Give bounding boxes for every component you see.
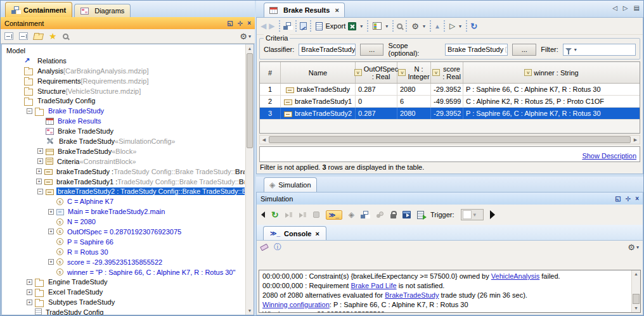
tree-item[interactable]: TradeStudy Config [3,96,245,106]
tab-containment[interactable]: Containment [5,2,72,17]
table-cell[interactable]: P : Saphire 66, C : Alphine K7, R : Rotu… [463,84,640,95]
tree-item[interactable]: −brakeTradeStudy2 : TradeStudy Config::B… [3,186,245,196]
tab-list-icon[interactable]: ▤ [634,4,640,11]
float-window-icon[interactable]: ◱ [227,20,233,27]
run-simulation-icon[interactable]: ↻ [271,210,279,219]
table-cell[interactable]: 0.287 [356,108,397,119]
table-cell[interactable]: P : Saphire 66, C : Alphine K7, R : Rotu… [463,108,640,119]
table-cell[interactable]: 2 [260,96,281,107]
table-cell[interactable]: brakeTradeStudy1 [281,96,356,107]
table-cell[interactable]: 2080 [397,108,431,119]
scope-field[interactable]: Brake TradeStudy {}xy [445,44,508,56]
close-icon[interactable]: × [635,196,639,202]
open-in-containment-icon[interactable] [34,33,43,40]
clear-console-icon[interactable] [260,244,269,251]
search-icon[interactable] [63,34,68,39]
tree-item[interactable]: +sscore = -29.395235135855522 [3,257,245,267]
expand-plus-icon[interactable]: + [48,259,54,265]
scrollbar-thumb[interactable] [269,136,631,143]
table-cell[interactable]: 0 [356,96,397,107]
collapse-all-icon[interactable] [4,32,13,40]
console-toggle-button[interactable]: ≫_ [326,210,342,220]
search-icon[interactable] [397,23,402,29]
scope-browse-button[interactable]: ... [512,44,536,56]
tree-item[interactable]: Requirements [Requirements.mdzip] [3,76,245,86]
refresh-icon[interactable]: ↻ [470,22,477,31]
scrollbar-thumb[interactable] [247,53,253,148]
open-in-new-window-icon[interactable] [402,211,411,218]
float-window-icon[interactable]: ◱ [615,196,621,202]
table-cell[interactable]: brakeTradeStudy2 [281,108,356,119]
collapse-minus-icon[interactable]: − [27,108,32,114]
tree-item[interactable]: +Engine TradeStudy [3,277,245,287]
column-header[interactable]: vOutOfSpec : Real [356,62,397,83]
tree-item[interactable]: sN = 2080 [3,217,245,227]
classifier-field[interactable]: BrakeTradeStudy [299,44,355,56]
console-link[interactable]: Brake Pad Life [351,282,396,289]
table-cell[interactable]: -49.9599 [431,96,463,107]
table-cell[interactable]: brakeTradeStudy [281,84,356,95]
scroll-up-icon[interactable]: ▲ [246,44,254,53]
collapse-criteria-icon[interactable]: ▲ [434,23,441,30]
expand-plus-icon[interactable]: + [27,279,32,285]
tab-brake-results[interactable]: Brake Results × [264,3,345,17]
filter-field[interactable]: ▾ [563,44,636,56]
expand-plus-icon[interactable]: + [37,148,43,154]
console-link[interactable]: VehicleAnalysis [491,272,539,280]
expand-plus-icon[interactable]: + [48,209,54,215]
favorites-star-icon[interactable]: ★ [49,32,57,41]
tree-item[interactable]: Model [3,46,245,56]
previous-tab-icon[interactable]: ◁ [612,4,617,11]
expand-plus-icon[interactable]: + [36,168,42,174]
tree-item[interactable]: Brake TradeStudy «SimulationConfig» [3,136,245,146]
scrollbar-thumb[interactable] [633,294,640,304]
scroll-down-icon[interactable]: ▼ [246,307,254,315]
forward-icon[interactable]: ▶ [269,22,274,30]
close-tab-icon[interactable]: × [335,6,338,14]
tree-item[interactable]: +Criteria «ConstraintBlock» [3,156,245,167]
classifier-browse-button[interactable]: ... [360,44,384,56]
simulation-config-icon[interactable]: ◈ [349,210,354,219]
scroll-right-icon[interactable]: ▶ [631,136,640,144]
console-link[interactable]: BrakeTradeStudy [385,291,439,299]
info-icon[interactable]: ⓘ [274,242,281,253]
scroll-up-icon[interactable]: ▲ [632,270,640,278]
expand-plus-icon[interactable]: + [36,179,42,184]
scroll-left-icon[interactable]: ◀ [260,136,268,144]
table-options-button[interactable]: ⚙ ▾ [410,22,427,30]
table-cell[interactable]: 0.287 [356,84,397,95]
expand-plus-icon[interactable]: + [27,289,32,295]
tree-item[interactable]: sR = Rotus 30 [3,247,245,257]
tree-item[interactable]: +BrakeTradeStudy «Block» [3,146,245,156]
tree-item[interactable]: +Subtypes TradeStudy [3,297,245,307]
tab-diagrams[interactable]: Diagrams [74,4,131,17]
containment-options-button[interactable]: ⚙ ▾ [240,32,251,41]
table-cell[interactable]: 2080 [397,84,431,95]
tree-item[interactable]: +Main = brakeTradeStudy2.main [3,206,245,217]
tree-item[interactable]: Analysis [CarBrakingAnalysis.mdzip] [3,66,245,76]
expand-plus-icon[interactable]: + [48,229,54,234]
stop-icon[interactable] [313,212,319,218]
columns-button[interactable]: ▾ [371,22,389,30]
column-header[interactable]: vscore : Real [431,62,463,83]
pin-icon[interactable]: ⊹ [238,20,243,27]
table-row[interactable]: 1brakeTradeStudy0.2872080-29.3952P : Sap… [260,84,640,96]
tree-item[interactable]: +brakeTradeStudy1 : TradeStudy Config::B… [3,177,245,187]
console-link[interactable]: Winning configuration [262,301,330,308]
tree-item[interactable]: TradeStudy Config [3,307,245,315]
column-header[interactable]: vwinner : String [463,62,640,83]
trigger-dropdown[interactable]: ▾ [461,209,484,220]
table-cell[interactable]: 1 [260,84,281,95]
column-header[interactable]: # [260,62,281,83]
table-cell[interactable]: -29.3952 [431,108,463,119]
collapse-minus-icon[interactable]: − [37,189,43,194]
run-button[interactable]: ▷ ▾ [448,22,463,30]
expand-toolbar-icon[interactable] [490,210,495,219]
console-options-button[interactable]: ⚙ ▾ [628,243,639,251]
export-to-server-icon[interactable] [417,211,424,219]
table-row[interactable]: 2brakeTradeStudy106-49.9599C : Alphine K… [260,96,640,108]
tab-simulation[interactable]: ◈ Simulation [264,177,317,192]
collapse-selected-icon[interactable] [19,32,28,40]
tab-console[interactable]: ≫_ Console × [263,226,326,240]
tree-item[interactable]: −Brake TradeStudy [3,106,245,116]
